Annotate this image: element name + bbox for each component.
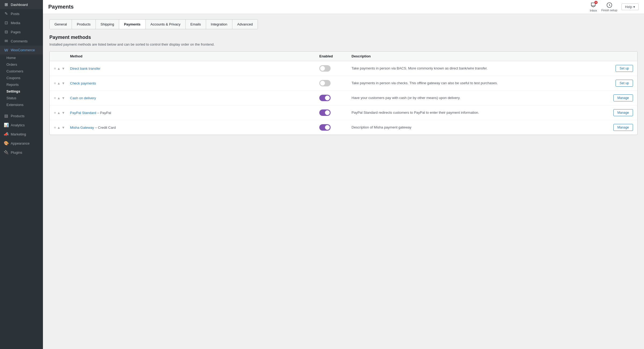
move-down-icon[interactable]: ▼ <box>61 126 65 130</box>
payment-enabled-cell <box>319 95 352 101</box>
sidebar-item-appearance[interactable]: 🎨 Appearance <box>0 139 43 148</box>
sidebar-item-media[interactable]: ⊡Media <box>0 18 43 27</box>
sidebar-woo-label: WooCommerce <box>11 48 35 52</box>
drag-handle-icon[interactable]: ≡ <box>54 111 56 115</box>
col-header-method: Method <box>70 54 319 58</box>
sidebar-sub-item-reports[interactable]: Reports <box>0 81 43 88</box>
drag-handle-icon[interactable]: ≡ <box>54 81 56 85</box>
section-desc: Installed payment methods are listed bel… <box>49 42 638 46</box>
payment-toggle[interactable] <box>319 80 331 86</box>
toggle-slider <box>319 65 331 72</box>
products-icon: ▤ <box>4 113 9 118</box>
sidebar-sub-item-orders[interactable]: Orders <box>0 61 43 68</box>
payment-action-cell: Manage <box>601 124 633 131</box>
col-header-enabled: Enabled <box>319 54 352 58</box>
sidebar-item-comments[interactable]: ✉Comments <box>0 36 43 46</box>
row-sort-controls[interactable]: ≡ ▲ ▼ <box>54 81 70 85</box>
tab-general[interactable]: General <box>50 20 72 29</box>
payment-action-button[interactable]: Manage <box>613 94 633 101</box>
sidebar-sub-item-home[interactable]: Home <box>0 54 43 61</box>
payment-name-link[interactable]: Misha Gateway <box>70 126 94 130</box>
tab-integration[interactable]: Integration <box>206 20 232 29</box>
payment-action-cell: Manage <box>601 109 633 116</box>
sidebar-item-plugins[interactable]: 🔌 Plugins <box>0 148 43 157</box>
toggle-slider <box>319 124 331 131</box>
finish-setup-button[interactable]: Finish setup <box>601 2 617 12</box>
move-down-icon[interactable]: ▼ <box>61 67 65 71</box>
topbar: Payments ● Inbox Finish setup Help ▾ <box>43 0 644 14</box>
payment-name-cell: Check payments <box>70 81 319 85</box>
tab-advanced[interactable]: Advanced <box>232 20 258 29</box>
tab-shipping[interactable]: Shipping <box>96 20 119 29</box>
sidebar-sub-item-customers[interactable]: Customers <box>0 68 43 75</box>
move-down-icon[interactable]: ▼ <box>61 81 65 85</box>
sidebar-item-pages[interactable]: ⊟Pages <box>0 27 43 36</box>
move-up-icon[interactable]: ▲ <box>57 81 61 85</box>
comments-icon: ✉ <box>4 39 9 43</box>
sidebar: ⊞Dashboard✎Posts⊡Media⊟Pages✉Comments W … <box>0 0 43 349</box>
row-sort-controls[interactable]: ≡ ▲ ▼ <box>54 111 70 115</box>
payment-toggle[interactable] <box>319 124 331 131</box>
sidebar-item-dashboard[interactable]: ⊞Dashboard <box>0 0 43 9</box>
drag-handle-icon[interactable]: ≡ <box>54 96 56 100</box>
payment-name-link[interactable]: Check payments <box>70 81 96 85</box>
move-down-icon[interactable]: ▼ <box>61 96 65 100</box>
move-up-icon[interactable]: ▲ <box>57 67 61 71</box>
move-up-icon[interactable]: ▲ <box>57 111 61 115</box>
drag-handle-icon[interactable]: ≡ <box>54 126 56 130</box>
row-sort-controls[interactable]: ≡ ▲ ▼ <box>54 126 70 130</box>
sidebar-item-woocommerce[interactable]: W WooCommerce <box>0 46 43 54</box>
inbox-badge: ● <box>594 1 598 4</box>
sidebar-sub-item-status[interactable]: Status <box>0 95 43 101</box>
payment-toggle[interactable] <box>319 109 331 116</box>
tab-products[interactable]: Products <box>72 20 96 29</box>
tab-emails[interactable]: Emails <box>186 20 206 29</box>
move-down-icon[interactable]: ▼ <box>61 111 65 115</box>
payment-action-button[interactable]: Manage <box>613 124 633 131</box>
payment-description: PayPal Standard redirects customers to P… <box>352 110 601 115</box>
drag-handle-icon[interactable]: ≡ <box>54 67 56 71</box>
help-button[interactable]: Help ▾ <box>621 3 639 10</box>
payment-description: Description of Misha payment gateway <box>352 125 601 130</box>
toggle-slider <box>319 95 331 101</box>
payment-enabled-cell <box>319 109 352 116</box>
payment-name-link[interactable]: PayPal Standard <box>70 111 96 115</box>
payment-action-button[interactable]: Manage <box>613 109 633 116</box>
sidebar-item-posts[interactable]: ✎Posts <box>0 9 43 18</box>
payment-description: Have your customers pay with cash (or by… <box>352 95 601 101</box>
payment-methods-table: Method Enabled Description ≡ ▲ ▼ Direct … <box>49 51 638 135</box>
payment-enabled-cell <box>319 65 352 72</box>
payment-toggle[interactable] <box>319 65 331 72</box>
row-sort-controls[interactable]: ≡ ▲ ▼ <box>54 96 70 100</box>
sidebar-item-analytics[interactable]: 📊 Analytics <box>0 120 43 130</box>
payment-suffix: – PayPal <box>96 111 111 115</box>
move-up-icon[interactable]: ▲ <box>57 126 61 130</box>
payment-rows: ≡ ▲ ▼ Direct bank transfer Take payments… <box>50 61 637 135</box>
col-header-controls <box>54 54 70 58</box>
plugins-icon: 🔌 <box>4 150 9 155</box>
sidebar-item-marketing[interactable]: 📣 Marketing <box>0 130 43 139</box>
payment-name-link[interactable]: Direct bank transfer <box>70 67 100 71</box>
payment-name-cell: Misha Gateway – Credit Card <box>70 126 319 130</box>
table-row: ≡ ▲ ▼ Misha Gateway – Credit Card Descri… <box>50 120 637 135</box>
tab-payments[interactable]: Payments <box>119 20 145 29</box>
payment-action-button[interactable]: Set up <box>616 80 633 87</box>
sidebar-item-products[interactable]: ▤ Products <box>0 111 43 120</box>
payment-action-cell: Set up <box>601 80 633 87</box>
payment-description: Take payments in person via BACS. More c… <box>352 66 601 71</box>
payment-toggle[interactable] <box>319 95 331 101</box>
row-sort-controls[interactable]: ≡ ▲ ▼ <box>54 67 70 71</box>
table-row: ≡ ▲ ▼ PayPal Standard – PayPal PayPal St… <box>50 105 637 120</box>
move-up-icon[interactable]: ▲ <box>57 96 61 100</box>
inbox-button[interactable]: ● Inbox <box>590 2 597 12</box>
section-title: Payment methods <box>49 35 638 40</box>
content-area: General Products Shipping Payments Accou… <box>43 14 644 349</box>
payment-action-button[interactable]: Set up <box>616 65 633 72</box>
table-row: ≡ ▲ ▼ Direct bank transfer Take payments… <box>50 61 637 76</box>
sidebar-sub-item-coupons[interactable]: Coupons <box>0 75 43 81</box>
main-content: Payments ● Inbox Finish setup Help ▾ <box>43 0 644 349</box>
sidebar-sub-item-extensions[interactable]: Extensions <box>0 101 43 108</box>
sidebar-sub-item-settings[interactable]: Settings <box>0 88 43 95</box>
tab-accounts-privacy[interactable]: Accounts & Privacy <box>146 20 186 29</box>
payment-name-link[interactable]: Cash on delivery <box>70 96 96 100</box>
